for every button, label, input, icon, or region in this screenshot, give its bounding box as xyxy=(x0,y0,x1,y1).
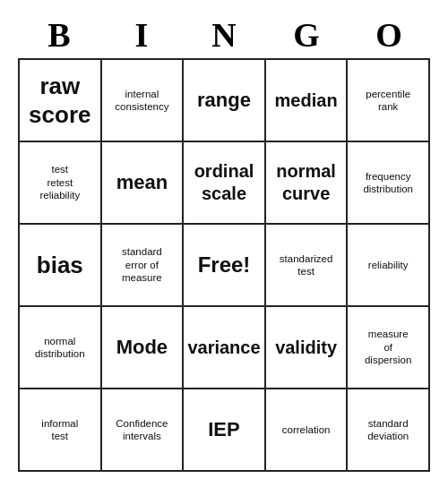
bingo-cell-24: standard deviation xyxy=(348,389,430,472)
bingo-cell-22: IEP xyxy=(184,389,266,472)
bingo-letter-G: G xyxy=(267,15,346,55)
bingo-cell-6: mean xyxy=(102,142,185,225)
bingo-cell-4: percentile rank xyxy=(348,60,430,142)
bingo-cell-2: range xyxy=(184,60,266,142)
bingo-cell-3: median xyxy=(266,60,349,142)
bingo-cell-10: bias xyxy=(20,225,102,307)
bingo-cell-text-13: standarized test xyxy=(280,252,332,278)
bingo-cell-0: raw score xyxy=(20,60,102,142)
bingo-cell-8: normal curve xyxy=(266,142,349,225)
bingo-cell-text-0: raw score xyxy=(29,72,90,130)
bingo-cell-9: frequency distribution xyxy=(348,142,430,225)
bingo-cell-18: validity xyxy=(266,307,349,389)
bingo-cell-23: correlation xyxy=(266,389,349,472)
bingo-cell-text-3: median xyxy=(275,90,338,112)
bingo-cell-text-16: Mode xyxy=(116,335,168,360)
bingo-cell-text-22: IEP xyxy=(208,417,239,442)
bingo-cell-5: test retest reliability xyxy=(20,142,102,225)
bingo-letter-B: B xyxy=(20,15,99,55)
bingo-cell-text-17: variance xyxy=(187,337,260,359)
bingo-cell-16: Mode xyxy=(102,307,185,389)
bingo-cell-15: normal distribution xyxy=(20,307,102,389)
bingo-letter-I: I xyxy=(102,15,181,55)
bingo-cell-20: informal test xyxy=(20,389,102,472)
bingo-cell-21: Confidence intervals xyxy=(102,389,185,472)
bingo-cell-text-24: standard deviation xyxy=(367,417,409,443)
bingo-cell-13: standarized test xyxy=(266,225,349,307)
bingo-cell-text-20: informal test xyxy=(41,417,78,443)
bingo-cell-text-14: reliability xyxy=(368,259,409,271)
bingo-cell-text-12: Free! xyxy=(198,252,251,278)
bingo-cell-text-6: mean xyxy=(116,170,168,195)
bingo-cell-7: ordinal scale xyxy=(184,142,266,225)
bingo-cell-12: Free! xyxy=(184,225,266,307)
bingo-cell-text-21: Confidence intervals xyxy=(116,417,168,443)
bingo-cell-text-15: normal distribution xyxy=(35,335,85,361)
bingo-cell-19: measure of dispersion xyxy=(348,307,430,389)
bingo-cell-text-2: range xyxy=(197,88,251,113)
bingo-cell-11: standard error of measure xyxy=(102,225,185,307)
bingo-header: BINGO xyxy=(18,15,430,55)
bingo-letter-O: O xyxy=(349,15,428,55)
bingo-cell-17: variance xyxy=(184,307,266,389)
bingo-grid: raw scoreinternal consistencyrangemedian… xyxy=(18,58,430,472)
bingo-cell-14: reliability xyxy=(348,225,430,307)
bingo-cell-text-10: bias xyxy=(37,251,83,280)
bingo-cell-text-8: normal curve xyxy=(276,160,336,205)
bingo-cell-text-18: validity xyxy=(275,337,337,359)
bingo-cell-text-23: correlation xyxy=(282,423,331,436)
bingo-cell-text-1: internal consistency xyxy=(115,88,168,114)
bingo-cell-text-5: test retest reliability xyxy=(39,163,80,201)
bingo-card: BINGO raw scoreinternal consistencyrange… xyxy=(9,6,439,481)
bingo-cell-text-9: frequency distribution xyxy=(363,170,413,196)
bingo-letter-N: N xyxy=(185,15,263,55)
bingo-cell-text-7: ordinal scale xyxy=(194,160,254,205)
bingo-cell-text-19: measure of dispersion xyxy=(365,328,411,366)
bingo-cell-text-11: standard error of measure xyxy=(122,245,162,284)
bingo-cell-1: internal consistency xyxy=(102,60,185,142)
bingo-cell-text-4: percentile rank xyxy=(366,88,410,114)
